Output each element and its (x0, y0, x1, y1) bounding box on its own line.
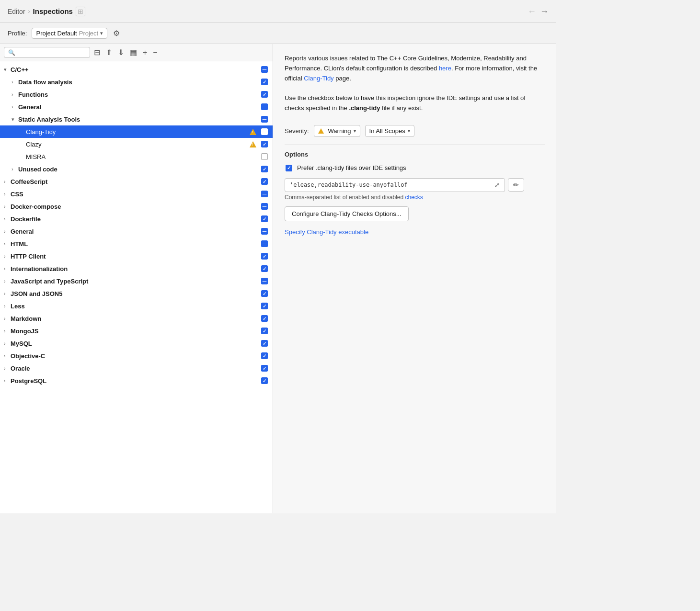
tree-item-docker-compose[interactable]: ›Docker-compose (0, 200, 273, 213)
tree-item-cpp[interactable]: ▾C/C++ (0, 63, 273, 76)
tree-item-dockerfile[interactable]: ›Dockerfile (0, 213, 273, 225)
checkbox-docker-compose[interactable] (260, 202, 269, 211)
page-title: Inspections (33, 7, 73, 15)
checkbox-checked-unused-code (261, 166, 268, 172)
back-button[interactable]: ← (528, 7, 536, 16)
collapse-all-button[interactable]: ⇓ (116, 47, 126, 58)
checkbox-internationalization[interactable] (260, 264, 269, 273)
option-checkbox[interactable] (286, 165, 292, 171)
checkbox-javascript[interactable] (260, 277, 269, 285)
checkbox-coffeescript[interactable] (260, 177, 269, 186)
checkbox-partial-css (261, 191, 268, 197)
checkbox-general[interactable] (260, 102, 269, 111)
option-checkbox-wrap[interactable] (285, 164, 293, 172)
checkbox-objective-c[interactable] (260, 351, 269, 360)
checkbox-misra[interactable] (260, 152, 269, 161)
expand-icon-postgresql: › (4, 378, 11, 384)
checkbox-mongodb[interactable] (260, 327, 269, 335)
checkbox-static-analysis[interactable] (260, 115, 269, 124)
group-button[interactable]: ▦ (128, 47, 139, 58)
tree-item-misra[interactable]: MISRA (0, 150, 273, 163)
checkbox-mysql[interactable] (260, 339, 269, 348)
forward-button[interactable]: → (540, 7, 549, 16)
editor-label: Editor (8, 8, 25, 15)
warning-triangle-icon (318, 128, 324, 134)
tree-item-static-analysis[interactable]: ▾Static Analysis Tools (0, 113, 273, 125)
checkbox-http-client[interactable] (260, 252, 269, 260)
tree-item-data-flow[interactable]: ›Data flow analysis (0, 76, 273, 88)
item-label-internationalization: Internationalization (11, 265, 260, 272)
tree-item-objective-c[interactable]: ›Objective-C (0, 350, 273, 362)
tree-item-general[interactable]: ›General (0, 101, 273, 113)
tree-item-coffeescript[interactable]: ›CoffeeScript (0, 175, 273, 188)
tree-item-markdown[interactable]: ›Markdown (0, 312, 273, 325)
checkbox-oracle[interactable] (260, 364, 269, 373)
checkbox-clazy[interactable] (260, 140, 269, 148)
remove-button[interactable]: − (151, 47, 159, 58)
tree-item-unused-code[interactable]: ›Unused code (0, 163, 273, 175)
checkbox-less[interactable] (260, 302, 269, 310)
tree-item-http-client[interactable]: ›HTTP Client (0, 250, 273, 262)
checkbox-postgresql[interactable] (260, 376, 269, 385)
expand-icon-static-analysis: ▾ (11, 116, 18, 123)
specify-executable-link[interactable]: Specify Clang-Tidy executable (285, 228, 368, 236)
header-nav: ← → (528, 7, 549, 16)
clang-tidy-link[interactable]: Clang-Tidy (304, 75, 333, 82)
checkbox-html[interactable] (260, 239, 269, 248)
checkbox-css[interactable] (260, 190, 269, 198)
tree-item-json[interactable]: ›JSON and JSON5 (0, 287, 273, 300)
expand-icon-css: › (4, 191, 11, 197)
checkbox-empty-misra (261, 153, 268, 160)
item-label-clazy: Clazy (26, 141, 250, 148)
checkbox-cpp[interactable] (260, 65, 269, 74)
item-label-data-flow: Data flow analysis (18, 79, 260, 86)
checkbox-data-flow[interactable] (260, 78, 269, 86)
tree-item-postgresql[interactable]: ›PostgreSQL (0, 374, 273, 387)
checkbox-unused-code[interactable] (260, 165, 269, 173)
code-field-value: 'elease,readability-use-anyofallof (290, 181, 408, 188)
add-button[interactable]: + (141, 47, 149, 58)
expand-all-button[interactable]: ⇑ (104, 47, 114, 58)
window-icon[interactable]: ⊞ (76, 7, 85, 16)
item-label-static-analysis: Static Analysis Tools (18, 116, 260, 123)
search-box[interactable]: 🔍 (4, 47, 90, 58)
checks-link[interactable]: checks (405, 194, 423, 201)
tree-item-html[interactable]: ›HTML (0, 238, 273, 250)
expand-icon-general: › (11, 104, 18, 110)
profile-select[interactable]: Project Default Project ▾ (32, 28, 107, 39)
tree-item-css[interactable]: ›CSS (0, 188, 273, 200)
tree-item-internationalization[interactable]: ›Internationalization (0, 262, 273, 275)
header-breadcrumb: Editor › Inspections ⊞ (8, 7, 85, 16)
edit-code-btn[interactable]: ✏ (508, 178, 524, 192)
gear-button[interactable]: ⚙ (112, 28, 121, 39)
severity-value: Warning (328, 127, 351, 135)
checkbox-partial-cpp (261, 66, 268, 73)
tree-item-mongodb[interactable]: ›MongoJS (0, 325, 273, 337)
tree-item-functions[interactable]: ›Functions (0, 88, 273, 101)
checkbox-markdown[interactable] (260, 314, 269, 323)
configure-clang-tidy-btn[interactable]: Configure Clang-Tidy Checks Options... (285, 206, 409, 221)
tree-item-clang-tidy[interactable]: Clang-Tidy! (0, 125, 273, 138)
search-icon: 🔍 (8, 49, 15, 56)
severity-select[interactable]: Warning ▾ (314, 125, 360, 137)
tree-item-javascript[interactable]: ›JavaScript and TypeScript (0, 275, 273, 287)
checkbox-json[interactable] (260, 289, 269, 298)
search-input[interactable] (18, 49, 80, 56)
code-field[interactable]: 'elease,readability-use-anyofallof ⤢ (285, 178, 505, 192)
options-section: Options Prefer .clang-tidy files over ID… (285, 145, 545, 236)
checkbox-functions[interactable] (260, 90, 269, 99)
tree-item-oracle[interactable]: ›Oracle (0, 362, 273, 374)
tree-item-less[interactable]: ›Less (0, 300, 273, 312)
checkbox-partial-general (261, 103, 268, 110)
field-hint-text: Comma-separated list of enabled and disa… (285, 194, 405, 201)
tree-item-clazy[interactable]: Clazy! (0, 138, 273, 150)
checkbox-clang-tidy[interactable] (260, 127, 269, 136)
expand-code-btn[interactable]: ⤢ (494, 181, 500, 189)
checkbox-general2[interactable] (260, 227, 269, 236)
scope-select[interactable]: In All Scopes ▾ (365, 125, 414, 137)
here-link[interactable]: here (439, 65, 451, 72)
tree-item-general2[interactable]: ›General (0, 225, 273, 238)
filter-button[interactable]: ⊟ (92, 47, 102, 58)
tree-item-mysql[interactable]: ›MySQL (0, 337, 273, 350)
checkbox-dockerfile[interactable] (260, 215, 269, 223)
